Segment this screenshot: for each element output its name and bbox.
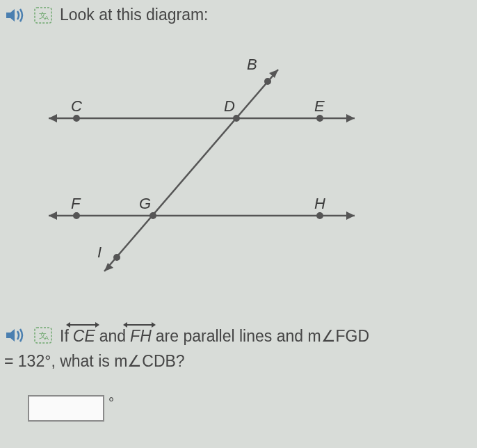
answer-row: ° [28, 395, 114, 422]
q-mid2: are parallel lines and m∠FGD [156, 327, 369, 346]
svg-point-19 [113, 254, 120, 261]
label-I: I [97, 243, 102, 261]
svg-point-17 [316, 212, 323, 219]
label-G: G [139, 195, 151, 212]
translate-icon[interactable]: 文 A [33, 326, 53, 344]
svg-marker-10 [269, 70, 278, 78]
speaker-icon[interactable] [4, 326, 26, 344]
question-row: 文 A If CE and FH are parallel lines and … [4, 324, 470, 346]
label-F: F [71, 195, 81, 212]
translate-icon[interactable]: 文 A [33, 6, 53, 24]
svg-text:A: A [45, 15, 49, 22]
answer-input[interactable] [28, 395, 104, 422]
q-mid1: and [99, 327, 126, 346]
geometry-diagram: B C D E F G H I [28, 35, 389, 285]
label-B: B [247, 56, 257, 73]
q-prefix: If [60, 327, 69, 346]
degree-unit: ° [108, 395, 114, 411]
svg-marker-11 [104, 263, 113, 271]
instruction-text: Look at this diagram: [60, 6, 209, 24]
label-E: E [314, 97, 325, 115]
label-C: C [71, 97, 82, 115]
svg-text:A: A [45, 335, 49, 342]
svg-point-15 [73, 212, 80, 219]
instruction-row: 文 A Look at this diagram: [4, 6, 209, 24]
svg-marker-7 [49, 211, 57, 220]
svg-point-16 [149, 212, 156, 219]
svg-point-18 [264, 78, 271, 85]
label-H: H [314, 195, 325, 212]
line-CE: CE [73, 324, 95, 346]
svg-point-12 [73, 115, 80, 122]
svg-point-13 [233, 115, 240, 122]
svg-line-9 [104, 70, 278, 271]
question-continue: = 132°, what is m∠CDB? [4, 352, 185, 371]
question-text: If CE and FH are parallel lines and m∠FG… [60, 324, 369, 346]
svg-marker-5 [346, 114, 355, 122]
svg-marker-4 [49, 114, 57, 122]
speaker-icon[interactable] [4, 6, 26, 24]
label-D: D [224, 97, 235, 115]
svg-marker-8 [346, 211, 355, 220]
svg-point-14 [316, 115, 323, 122]
line-FH: FH [130, 324, 152, 346]
